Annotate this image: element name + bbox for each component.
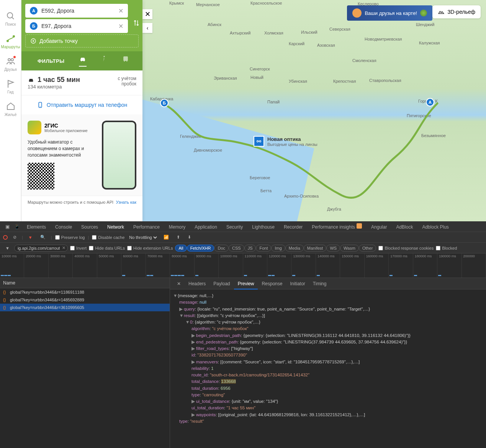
marker-a[interactable]: А — [426, 98, 434, 106]
transport-bus-icon[interactable] — [122, 55, 129, 67]
search-icon[interactable]: 🔍 — [38, 233, 48, 241]
detail-tab[interactable]: Preview — [234, 279, 258, 289]
plus-circle-icon — [30, 38, 36, 44]
swap-button[interactable] — [133, 19, 140, 28]
map-city-label: Синегорск — [250, 67, 270, 71]
devtools-tab[interactable]: AdBlock — [391, 222, 417, 232]
download-icon[interactable]: ⬇ — [185, 233, 193, 241]
svg-point-4 — [8, 59, 10, 61]
poi-card[interactable]: Новая оптика Выгодные цены на линзы — [254, 136, 317, 147]
detail-tab[interactable]: Headers — [185, 279, 209, 289]
filter-pill[interactable]: Fetch/XHR — [187, 245, 214, 252]
transport-walk-icon[interactable] — [100, 55, 108, 67]
request-type-icon: {} — [3, 298, 8, 302]
sidebar-item-housing[interactable]: Жильё — [0, 98, 21, 121]
devtools-tab[interactable]: Recorder — [279, 222, 307, 232]
input-point-a[interactable]: А E592, Дорога ✕ — [25, 4, 128, 18]
sidebar-item-guide[interactable]: Гид — [0, 75, 21, 98]
map-city-label: Крымск — [169, 1, 184, 5]
filter-pill[interactable]: WS — [326, 245, 340, 252]
marker-b[interactable]: Б — [160, 99, 169, 107]
devtools-tab[interactable]: Console — [51, 222, 77, 232]
detail-tab[interactable]: Initiator — [286, 279, 309, 289]
devtools-tab[interactable]: Angular — [367, 222, 391, 232]
funnel-icon[interactable]: ▼ — [3, 244, 12, 252]
devtools-tab[interactable]: Elements — [22, 222, 51, 232]
hide-ext-urls-checkbox[interactable]: Hide extension URLs — [127, 246, 173, 250]
record-button[interactable] — [3, 235, 8, 240]
route-summary[interactable]: 1 час 55 мин 134 километра с учётом проб… — [21, 70, 142, 95]
devtools-tab[interactable]: Security — [222, 222, 247, 232]
filter-pill[interactable]: Wasm — [340, 245, 359, 252]
timeline-column: 90000 ms — [195, 253, 219, 278]
sidebar-item-search[interactable]: Поиск — [0, 8, 21, 30]
clear-icon[interactable]: ⊘ — [11, 233, 19, 241]
filter-pill[interactable]: Media — [285, 245, 304, 252]
request-row[interactable]: {}global?key=rurbbn3446&r=1186911188 — [0, 288, 170, 296]
filter-input[interactable] — [14, 245, 68, 252]
filter-pill[interactable]: Img — [271, 245, 285, 252]
route-line — [158, 100, 441, 207]
relief-button[interactable]: 3D-рельеф — [432, 5, 481, 18]
map-city-label: Смоленская — [352, 58, 376, 63]
detail-tab[interactable]: Payload — [209, 279, 234, 289]
inspect-icon[interactable]: ▣ — [3, 222, 12, 231]
network-timeline[interactable]: 10000 ms20000 ms30000 ms40000 ms50000 ms… — [0, 253, 486, 278]
promo-title: 2ГИС — [44, 123, 88, 129]
filter-pill[interactable]: Font — [256, 245, 271, 252]
close-detail-icon[interactable]: ✕ — [173, 279, 185, 289]
preserve-log-checkbox[interactable]: Preserve log — [55, 235, 85, 240]
invert-checkbox[interactable]: Invert — [70, 246, 87, 250]
map-city-label: Шенджий — [416, 22, 434, 27]
blocked-checkbox[interactable]: Blocked — [436, 246, 457, 250]
devtools-tab[interactable]: Performance insights — [307, 222, 367, 232]
throttling-select[interactable]: No throttling — [128, 235, 158, 240]
add-point-button[interactable]: Добавить точку — [25, 34, 139, 47]
devtools-tab[interactable]: Application — [190, 222, 222, 232]
send-route-button[interactable]: Отправить маршрут на телефон — [21, 95, 142, 114]
devtools-tab[interactable]: Memory — [164, 222, 190, 232]
request-type-icon: {} — [3, 305, 8, 310]
filter-pill[interactable]: CSS — [229, 245, 244, 252]
detail-tab[interactable]: Response — [258, 279, 286, 289]
hide-data-urls-checkbox[interactable]: Hide data URLs — [89, 246, 125, 250]
filter-pill[interactable]: Other — [359, 245, 376, 252]
filter-toggle-icon[interactable]: ▼ — [26, 234, 35, 241]
devtools-tab[interactable]: Adblock Plus — [417, 222, 453, 232]
upload-icon[interactable]: ⬆ — [174, 233, 182, 241]
devtools-tab[interactable]: Sources — [77, 222, 103, 232]
request-detail: ✕ HeadersPayloadPreviewResponseInitiator… — [170, 278, 486, 448]
devtools-tab[interactable]: Network — [103, 222, 129, 233]
devtools-tab[interactable]: Performance — [129, 222, 164, 232]
sidebar-label: Поиск — [5, 22, 16, 26]
detail-tab[interactable]: Timing — [309, 279, 331, 289]
filter-pill[interactable]: Doc — [214, 245, 229, 252]
api-link[interactable]: Узнать как — [116, 200, 136, 204]
map-canvas[interactable]: ✕ ‹ КрымскМерчанскоеКрасносельскоеКеслер… — [142, 0, 486, 221]
map-city-label: Джубга — [327, 207, 341, 211]
friends-banner[interactable]: Ваши друзья на карте! — [347, 5, 432, 21]
request-type-icon: {} — [3, 290, 8, 294]
filters-label[interactable]: ФИЛЬТРЫ — [38, 58, 64, 64]
devtools-tab[interactable]: Lighthouse — [247, 222, 279, 232]
input-point-b[interactable]: Б E97, Дорога ✕ — [25, 19, 128, 33]
map-city-label: Ильский — [301, 30, 317, 34]
filter-pill[interactable]: All — [175, 245, 187, 252]
name-column-header[interactable]: Name — [0, 278, 170, 288]
sidebar-item-friends[interactable]: Друзья — [0, 53, 21, 75]
filter-pill[interactable]: Manifest — [304, 245, 327, 252]
request-row[interactable]: {}global?key=rurbbn3446&r=1485692889 — [0, 296, 170, 304]
clear-a-icon[interactable]: ✕ — [118, 7, 123, 15]
request-row[interactable]: {}global?key=rurbbn3446&r=3610995605 — [0, 304, 170, 311]
clear-b-icon[interactable]: ✕ — [118, 23, 123, 30]
transport-car-icon[interactable] — [79, 55, 87, 67]
clear-filter-icon[interactable]: ✕ — [62, 245, 65, 250]
timeline-column: 50000 ms — [97, 253, 121, 278]
wifi-icon[interactable]: 📶 — [161, 233, 171, 241]
filter-pill[interactable]: JS — [244, 245, 256, 252]
sidebar-item-routes[interactable]: Маршруты — [0, 30, 21, 53]
preview-pane[interactable]: ▼{message: null,…} message: null ▶query:… — [170, 289, 486, 448]
disable-cache-checkbox[interactable]: Disable cache — [92, 235, 124, 240]
device-icon[interactable]: 📱 — [12, 222, 22, 231]
blocked-cookies-checkbox[interactable]: Blocked response cookies — [378, 246, 434, 250]
